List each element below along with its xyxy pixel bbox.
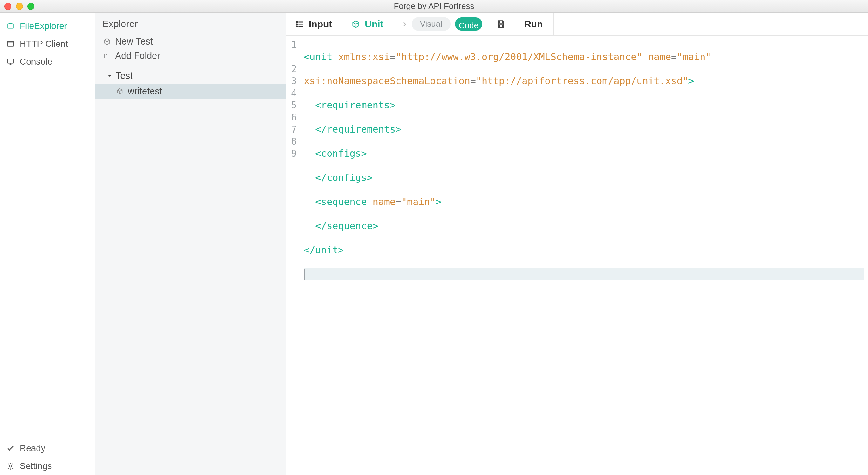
nav-settings[interactable]: Settings bbox=[0, 457, 95, 475]
code-line: </sequence> bbox=[304, 220, 864, 232]
tree-file-writetest[interactable]: writetest bbox=[95, 84, 286, 99]
code-line: </unit> bbox=[304, 244, 864, 256]
toggle-code[interactable]: Code bbox=[455, 18, 482, 31]
cube-icon bbox=[116, 88, 124, 95]
explorer-title: Explorer bbox=[95, 13, 286, 32]
status-ready: Ready bbox=[0, 439, 95, 457]
folder-label: Test bbox=[116, 70, 132, 81]
code-line: xsi:noNamespaceSchemaLocation="http://ap… bbox=[304, 75, 864, 87]
tab-unit[interactable]: Unit bbox=[342, 13, 393, 35]
action-label: Add Folder bbox=[115, 51, 160, 61]
tab-input[interactable]: Input bbox=[286, 13, 342, 35]
code-line: <requirements> bbox=[304, 99, 864, 111]
svg-point-4 bbox=[297, 21, 298, 22]
save-icon bbox=[497, 20, 505, 29]
cube-icon bbox=[351, 20, 360, 29]
primary-nav: FileExplorer HTTP Client Console Ready bbox=[0, 13, 95, 475]
nav-http-client[interactable]: HTTP Client bbox=[0, 35, 95, 53]
line-number: 4 bbox=[286, 87, 297, 99]
nav-file-explorer[interactable]: FileExplorer bbox=[0, 17, 95, 35]
check-icon bbox=[6, 444, 15, 452]
code-body[interactable]: <unit xmlns:xsi="http://www.w3.org/2001/… bbox=[300, 36, 868, 475]
line-number: 2 bbox=[286, 63, 297, 75]
arrow-right-icon bbox=[400, 20, 407, 28]
file-label: writetest bbox=[128, 86, 162, 97]
svg-rect-2 bbox=[7, 59, 14, 63]
line-number: 6 bbox=[286, 111, 297, 123]
explorer-panel: Explorer New Test Add Folder Test bbox=[95, 13, 286, 475]
svg-point-5 bbox=[297, 24, 298, 25]
window-title: Forge by API Fortress bbox=[0, 1, 868, 11]
line-number: 9 bbox=[286, 148, 297, 159]
action-label: New Test bbox=[115, 36, 153, 47]
folder-icon bbox=[103, 52, 111, 60]
save-button[interactable] bbox=[489, 13, 514, 35]
text-cursor bbox=[304, 269, 305, 280]
nav-label: Settings bbox=[20, 461, 52, 471]
nav-label: HTTP Client bbox=[20, 39, 68, 49]
tab-label: Input bbox=[309, 19, 332, 30]
nav-console[interactable]: Console bbox=[0, 53, 95, 70]
code-line: <configs> bbox=[304, 148, 864, 159]
line-number: 1 bbox=[286, 39, 297, 51]
view-toggle: Visual Code bbox=[393, 13, 489, 35]
action-new-test[interactable]: New Test bbox=[102, 34, 279, 49]
browser-window-icon bbox=[6, 40, 15, 48]
window-titlebar: Forge by API Fortress bbox=[0, 0, 868, 13]
svg-point-3 bbox=[9, 465, 12, 467]
line-number: 7 bbox=[286, 123, 297, 136]
line-number: 5 bbox=[286, 99, 297, 111]
code-line: <sequence name="main"> bbox=[304, 196, 864, 208]
editor-area: Input Unit Visual Code Ru bbox=[286, 13, 868, 475]
code-line: <unit xmlns:xsi="http://www.w3.org/2001/… bbox=[304, 51, 864, 63]
toggle-visual[interactable]: Visual bbox=[412, 17, 451, 31]
tab-label: Unit bbox=[365, 19, 383, 30]
line-number: 8 bbox=[286, 136, 297, 148]
svg-point-6 bbox=[297, 26, 298, 27]
tree-folder-test[interactable]: Test bbox=[95, 68, 286, 84]
action-add-folder[interactable]: Add Folder bbox=[102, 49, 279, 63]
monitor-icon bbox=[6, 58, 15, 66]
folder-stack-icon bbox=[6, 22, 15, 30]
status-label: Ready bbox=[20, 443, 45, 453]
file-tree: Test writetest bbox=[95, 68, 286, 99]
nav-label: FileExplorer bbox=[20, 21, 67, 31]
code-editor[interactable]: 1 2 3 4 5 6 7 8 9 <unit xmlns:xsi="http:… bbox=[286, 36, 868, 475]
list-icon bbox=[296, 20, 304, 29]
nav-label: Console bbox=[20, 57, 53, 67]
caret-down-icon bbox=[107, 73, 113, 79]
gear-icon bbox=[6, 462, 15, 470]
line-gutter: 1 2 3 4 5 6 7 8 9 bbox=[286, 36, 300, 475]
run-button[interactable]: Run bbox=[514, 13, 554, 35]
svg-rect-0 bbox=[8, 24, 13, 28]
editor-toolbar: Input Unit Visual Code Ru bbox=[286, 13, 868, 36]
line-number: 3 bbox=[286, 75, 297, 87]
svg-rect-1 bbox=[7, 41, 14, 46]
code-line: </configs> bbox=[304, 172, 864, 184]
code-line bbox=[304, 268, 864, 280]
code-line: </requirements> bbox=[304, 123, 864, 136]
run-label: Run bbox=[524, 19, 542, 30]
cube-icon bbox=[103, 37, 111, 46]
